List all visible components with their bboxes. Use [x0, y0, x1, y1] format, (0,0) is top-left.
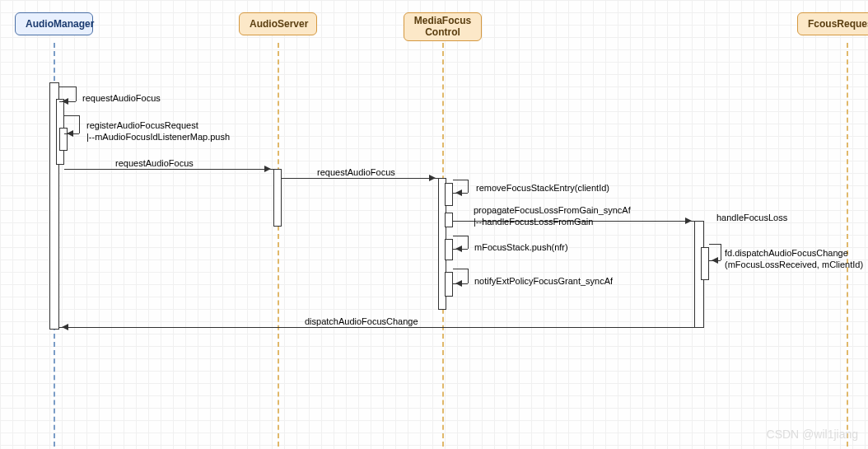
- participant-mediafocuscontrol: MediaFocus Control: [404, 12, 482, 41]
- activation-fr-inner: [701, 247, 709, 280]
- watermark: CSDN @wil1jiang: [767, 428, 858, 441]
- participant-audiomanager: AudioManager: [15, 12, 93, 35]
- label-dispatch-audio-focus-change: dispatchAudioFocusChange: [305, 316, 418, 326]
- msg-am-to-as: [64, 169, 273, 170]
- label-propagate-focus-loss: propagateFocusLossFromGain_syncAf |--han…: [474, 204, 631, 228]
- participant-audioserver: AudioServer: [239, 12, 317, 35]
- activation-mfc-inner2: [445, 213, 453, 227]
- lifeline-audioserver: [278, 43, 279, 447]
- label-am-to-as: requestAudioFocus: [115, 158, 194, 168]
- participant-label: MediaFocus Control: [414, 15, 471, 38]
- label-as-to-mfc: requestAudioFocus: [317, 167, 395, 177]
- label-handle-focus-loss: handleFocusLoss: [716, 213, 787, 222]
- label-notify-ext-policy: notifyExtPolicyFocusGrant_syncAf: [474, 276, 613, 286]
- label-fd-dispatch: fd.dispatchAudioFocusChange (mFocusLossR…: [725, 247, 863, 271]
- label-remove-focus-stack-entry: removeFocusStackEntry(clientId): [476, 183, 609, 193]
- participant-focusrequester: FcousRequester: [797, 12, 868, 35]
- label-register-audio-focus-request: registerAudioFocusRequest |--mAudioFocus…: [86, 119, 230, 143]
- activation-as: [273, 169, 282, 227]
- msg-fr-to-am: [59, 327, 694, 328]
- label-request-audio-focus-self: requestAudioFocus: [82, 93, 161, 103]
- lifeline-focusrequester: [847, 43, 848, 447]
- label-focus-stack-push: mFocusStack.push(nfr): [474, 242, 568, 252]
- msg-as-to-mfc: [282, 178, 438, 179]
